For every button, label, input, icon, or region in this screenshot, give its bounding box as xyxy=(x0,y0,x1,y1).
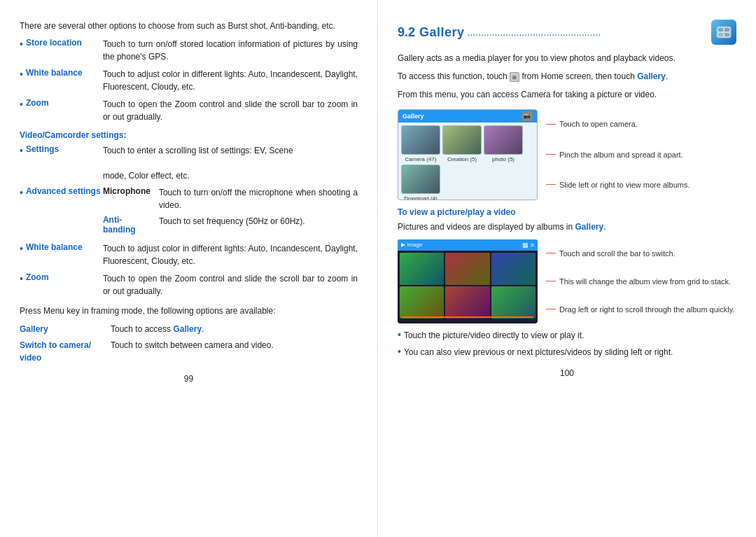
orange-scroll-bar xyxy=(402,316,533,318)
store-location-content: Touch to turn on/off stored location inf… xyxy=(103,38,358,63)
gallery-screenshot2: ▶ Image ▦ ≡ xyxy=(398,239,538,323)
gs-header: Gallery 📷 xyxy=(398,110,537,123)
gs-label-4: Download (4) xyxy=(404,195,438,200)
right-bullet-text-1: Touch the picture/video directly to view… xyxy=(404,329,584,342)
gs-label-3: photo (5) xyxy=(492,156,514,162)
svg-rect-3 xyxy=(718,33,723,36)
bullet-dot-4: • xyxy=(20,144,23,157)
gallery-icon xyxy=(711,20,736,45)
bullet-dot: • xyxy=(20,38,23,50)
settings-row: • Settings Touch to enter a scrolling li… xyxy=(20,144,358,182)
annotation-text2-3: Drag left or right to scroll through the… xyxy=(559,305,734,314)
gs2-title: ▶ Image xyxy=(401,242,422,248)
page: There are several other options to choos… xyxy=(0,0,756,537)
gs-label-1: Camera (47) xyxy=(405,156,437,162)
annotation2-3: Drag left or right to scroll through the… xyxy=(546,305,736,314)
anti-label: Anti-banding xyxy=(103,215,136,235)
gs-col-2: Creation (5) xyxy=(442,125,482,162)
gs-label-2: Creation (5) xyxy=(447,156,477,162)
right-bullet-text-2: You can also view previous or next pictu… xyxy=(404,346,673,358)
store-location-section: • Store location Touch to turn on/off st… xyxy=(20,38,358,63)
zoom2-section: • Zoom Touch to open the Zoom control an… xyxy=(20,272,358,298)
annotation-1: Touch to open camera. xyxy=(546,120,736,128)
gs-title: Gallery xyxy=(402,113,424,120)
microphone-label: Microphone xyxy=(103,186,159,196)
right-bullet-1: • Touch the picture/video directly to vi… xyxy=(398,329,736,342)
microphone-content: Touch to turn on/off the microphone when… xyxy=(159,186,358,211)
annotation-2: Pinch the album and spread it apart. xyxy=(546,151,736,159)
settings-content: Touch to enter a scrolling list of setti… xyxy=(103,144,358,182)
annotation-text2-1: Touch and scroll the bar to switch. xyxy=(559,249,676,258)
zoom-section: • Zoom Touch to open the Zoom control an… xyxy=(20,98,358,123)
gs-col-3: photo (5) xyxy=(484,125,523,162)
annotation-line2-2 xyxy=(546,281,556,281)
pic-text: Pictures and videos are displayed by alb… xyxy=(398,221,736,234)
advanced-right: Microphone Touch to turn on/off the micr… xyxy=(103,186,358,238)
gs2-cell-6 xyxy=(491,286,536,319)
left-page-num: 99 xyxy=(20,374,358,384)
svg-rect-4 xyxy=(724,33,729,36)
annotation-line-1 xyxy=(546,124,556,125)
gs-col-1: Camera (47) xyxy=(401,125,440,162)
zoom2-label: Zoom xyxy=(26,272,103,282)
switch-camera-def: Touch to switch between camera and video… xyxy=(111,339,358,364)
right-intro3: From this menu, you can access Camera fo… xyxy=(398,88,736,102)
gs-thumb-1 xyxy=(401,125,440,155)
svg-rect-2 xyxy=(724,28,729,32)
annotation2-2: This will change the album view from gri… xyxy=(546,277,736,286)
right-bullet-dot-2: • xyxy=(398,346,401,357)
gs-body: Camera (47) Creation (5) photo (5) Downl… xyxy=(398,123,537,200)
annotation-text-2: Pinch the album and spread it apart. xyxy=(559,151,683,159)
gallery-demo: Gallery 📷 Camera (47) Creation (5) photo xyxy=(398,109,736,200)
gs2-body xyxy=(398,251,538,321)
annotation-line-3 xyxy=(546,184,556,185)
bullet-dot-5: • xyxy=(20,186,23,199)
menu-block: Press Menu key in framing mode, the foll… xyxy=(20,305,358,364)
store-location-label: Store location xyxy=(26,38,103,48)
settings-label: Settings xyxy=(26,144,103,154)
right-bullet-dot-1: • xyxy=(398,329,401,340)
annotation-text-1: Touch to open camera. xyxy=(559,120,638,128)
annotation-text-3: Slide left or right to view more albums. xyxy=(559,181,690,189)
switch-camera-term: Switch to camera/video xyxy=(20,339,111,364)
annotation-line2-1 xyxy=(546,253,556,253)
microphone-row: Microphone Touch to turn on/off the micr… xyxy=(103,186,358,211)
right-bullet-2: • You can also view previous or next pic… xyxy=(398,346,736,358)
gallery-annotations2: Touch and scroll the bar to switch. This… xyxy=(538,239,736,323)
gs2-controls: ▦ ≡ xyxy=(522,242,534,249)
annotation-text2-2: This will change the album view from gri… xyxy=(559,277,731,286)
gallery-annotations: Touch to open camera. Pinch the album an… xyxy=(538,109,736,200)
gs-thumb-2 xyxy=(442,125,482,155)
advanced-settings-label: Advanced settings xyxy=(26,186,103,196)
annotation-3: Slide left or right to view more albums. xyxy=(546,181,736,189)
white-balance2-content: Touch to adjust color in different light… xyxy=(103,242,358,267)
gs2-header: ▶ Image ▦ ≡ xyxy=(398,239,538,251)
advanced-settings-block: • Advanced settings Microphone Touch to … xyxy=(20,186,358,238)
white-balance-content: Touch to adjust color in different light… xyxy=(103,68,358,93)
right-intro2: To access this function, touch ⊞ from Ho… xyxy=(398,70,736,83)
zoom-content: Touch to open the Zoom control and slide… xyxy=(103,98,358,123)
white-balance2-label: White balance xyxy=(26,242,103,252)
gs2-cell-2 xyxy=(445,253,489,285)
gallery-term: Gallery xyxy=(20,323,111,335)
bullet-dot-6: • xyxy=(20,242,23,255)
sub-header: To view a picture/play a video xyxy=(398,207,736,217)
right-page: 9.2 Gallery ............................… xyxy=(378,0,756,537)
annotation-line2-3 xyxy=(546,309,556,309)
zoom2-content: Touch to open the Zoom control and slide… xyxy=(103,272,358,298)
gs2-cell-3 xyxy=(491,253,536,285)
anti-banding-row: Anti-banding Touch to set frequency (50H… xyxy=(103,215,358,235)
left-page: There are several other options to choos… xyxy=(0,0,378,537)
chapter-num: 9.2 xyxy=(398,25,415,40)
white-balance2-section: • White balance Touch to adjust color in… xyxy=(20,242,358,267)
chapter-title: Gallery xyxy=(419,25,465,40)
left-intro: There are several other options to choos… xyxy=(20,20,358,33)
annotation-line-2 xyxy=(546,154,556,155)
gs-col-4: Download (4) xyxy=(401,165,440,200)
bullet-dot-7: • xyxy=(20,272,23,285)
right-intro1: Gallery acts as a media player for you t… xyxy=(398,52,736,65)
gs2-cell-4 xyxy=(400,286,444,319)
annotation2-1: Touch and scroll the bar to switch. xyxy=(546,249,736,258)
gs-thumb-3 xyxy=(484,125,523,155)
svg-rect-1 xyxy=(718,28,723,32)
